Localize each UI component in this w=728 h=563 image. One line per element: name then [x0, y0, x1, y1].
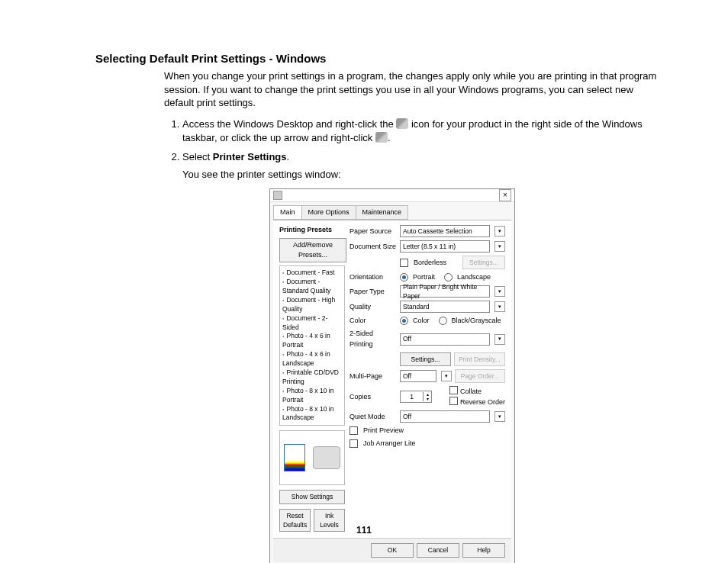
help-button[interactable]: Help [462, 543, 505, 557]
steps-list: Access the Windows Desktop and right-cli… [164, 117, 659, 563]
orientation-label: Orientation [350, 272, 397, 282]
reverse-order-checkbox[interactable] [449, 397, 458, 405]
page-number: 111 [0, 525, 728, 536]
step-2-sub: You see the printer settings window: [182, 168, 659, 182]
portrait-radio[interactable] [400, 273, 408, 282]
multi-page-combo[interactable]: Off [400, 370, 436, 382]
preset-item[interactable]: Document - High Quality [282, 296, 342, 314]
chevron-down-icon[interactable]: ▾ [494, 241, 505, 252]
intro-text: When you change your print settings in a… [164, 69, 659, 110]
ok-button[interactable]: OK [371, 543, 414, 557]
preset-item[interactable]: Printable CD/DVD Printing [282, 368, 342, 387]
add-remove-presets-button[interactable]: Add/Remove Presets... [279, 238, 346, 262]
product-icon-small [375, 132, 388, 143]
preset-item[interactable]: Photo - 8 x 10 in Portrait [282, 387, 342, 405]
tab-maintenance[interactable]: Maintenance [356, 205, 409, 220]
sys-icon [273, 191, 282, 200]
preset-item[interactable]: Photo - 8 x 10 in Landscape [282, 405, 342, 423]
document-thumb-icon [284, 444, 305, 471]
collate-checkbox[interactable] [449, 386, 458, 394]
quiet-mode-combo[interactable]: Off [400, 410, 490, 423]
borderless-settings-button: Settings... [462, 256, 505, 269]
bw-radio[interactable] [439, 317, 447, 325]
preset-item[interactable]: Document - Standard Quality [282, 278, 342, 296]
step-1: Access the Windows Desktop and right-cli… [182, 117, 659, 146]
two-sided-label: 2-Sided Printing [350, 329, 397, 349]
multi-page-label: Multi-Page [350, 372, 397, 381]
presets-header: Printing Presets [279, 225, 345, 235]
color-radio[interactable] [400, 317, 408, 325]
show-settings-button[interactable]: Show Settings [279, 490, 345, 503]
quality-label: Quality [350, 302, 397, 312]
document-size-label: Document Size [350, 242, 397, 252]
close-icon[interactable]: × [499, 189, 511, 201]
color-label: Color [350, 316, 397, 326]
print-preview-checkbox[interactable] [350, 426, 358, 435]
chevron-down-icon[interactable]: ▾ [494, 411, 505, 422]
preset-item[interactable]: Photo - 4 x 6 in Portrait [282, 332, 342, 350]
quality-combo[interactable]: Standard [400, 301, 490, 313]
tab-more-options[interactable]: More Options [301, 205, 356, 220]
two-sided-settings-button[interactable]: Settings... [400, 352, 451, 366]
dialog-titlebar: × [270, 189, 514, 202]
print-density-button: Print Density... [454, 352, 505, 366]
paper-source-combo[interactable]: Auto Cassette Selection [400, 225, 490, 237]
job-arranger-checkbox[interactable] [350, 439, 358, 448]
document-size-combo[interactable]: Letter (8.5 x 11 in) [400, 240, 490, 253]
page-title: Selecting Default Print Settings - Windo… [95, 52, 659, 65]
chevron-down-icon[interactable]: ▾ [494, 301, 505, 312]
preset-item[interactable]: Photo - 4 x 6 in Landscape [282, 350, 342, 368]
preset-item[interactable]: Document - Fast [282, 269, 342, 278]
chevron-down-icon[interactable]: ▾ [441, 371, 452, 381]
cancel-button[interactable]: Cancel [417, 543, 459, 557]
paper-type-label: Paper Type [350, 287, 397, 297]
product-icon [396, 118, 408, 129]
borderless-label: Borderless [414, 258, 446, 268]
preset-item[interactable]: Document - 2-Sided [282, 314, 342, 333]
preset-list[interactable]: Document - Fast Document - Standard Qual… [279, 265, 345, 426]
landscape-radio[interactable] [444, 273, 453, 282]
step-2: Select Printer Settings. You see the pri… [182, 150, 659, 563]
chevron-down-icon[interactable]: ▾ [494, 226, 505, 236]
chevron-down-icon[interactable]: ▾ [494, 286, 505, 297]
copies-label: Copies [350, 392, 397, 402]
tab-main[interactable]: Main [273, 205, 302, 220]
borderless-checkbox[interactable] [400, 259, 408, 267]
paper-type-combo[interactable]: Plain Paper / Bright White Paper [400, 285, 490, 298]
quiet-mode-label: Quiet Mode [350, 412, 397, 422]
chevron-down-icon[interactable]: ▾ [494, 334, 505, 345]
page-order-button: Page Order... [455, 369, 505, 383]
printer-settings-dialog: × Main More Options Maintenance Printing… [269, 188, 515, 563]
two-sided-combo[interactable]: Off [400, 333, 490, 346]
printer-thumb-icon [313, 446, 340, 469]
copies-spinner[interactable]: 1▴▾ [400, 391, 432, 403]
preview-box [279, 430, 345, 485]
tabs: Main More Options Maintenance [270, 202, 514, 220]
paper-source-label: Paper Source [350, 227, 397, 236]
